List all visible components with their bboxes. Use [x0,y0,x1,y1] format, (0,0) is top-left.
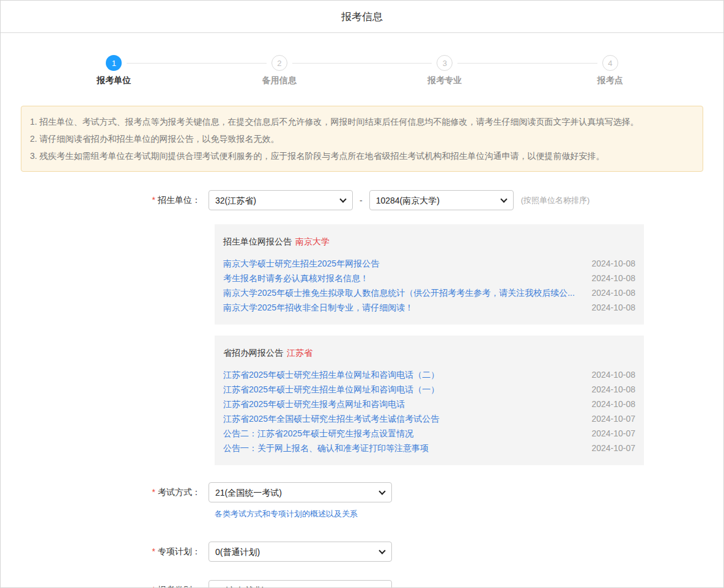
step-4-exam-site: 4 报考点 [528,55,693,86]
step-4-circle: 4 [602,55,618,71]
step-1-circle: 1 [106,55,122,71]
province-select[interactable]: 32(江苏省) [209,190,353,210]
exam-method-help-line: 各类考试方式和专项计划的概述以及关系 [215,509,723,520]
announcement-date: 2024-10-07 [580,426,635,441]
announcement-link[interactable]: 考生报名时请务必认真核对报名信息！ [223,271,580,285]
announcement-link[interactable]: 江苏省2025年全国硕士研究生招生考试考生诚信考试公告 [223,411,580,426]
special-plan-select[interactable]: 0(普通计划) [209,542,392,562]
page-header: 报考信息 [1,1,723,33]
unit-name-highlight: 南京大学 [295,237,330,246]
announcement-row: 江苏省2025年硕士研究生招生单位网址和咨询电话（一） 2024-10-08 [223,382,635,397]
step-2-label: 备用信息 [197,75,363,86]
notice-line: 1. 招生单位、考试方式、报考点等为报考关键信息，在提交信息后不允许修改，网报时… [30,113,694,130]
announcement-date: 2024-10-07 [580,441,635,455]
announcement-row: 考生报名时请务必认真核对报名信息！ 2024-10-08 [223,271,635,285]
notice-box: 1. 招生单位、考试方式、报考点等为报考关键信息，在提交信息后不允许修改，网报时… [21,106,703,172]
step-3-major: 3 报考专业 [362,55,528,86]
step-1-label: 报考单位 [31,75,197,86]
announcement-row: 南京大学硕士研究生招生2025年网报公告 2024-10-08 [223,256,635,271]
application-category-select-wrap: 12(定向就业) [209,580,392,588]
step-2-circle: 2 [272,55,287,71]
announcement-row: 公告二：江苏省2025年硕士研究生报考点设置情况 2024-10-07 [223,426,635,441]
announcement-date: 2024-10-08 [580,300,635,315]
unit-select-wrap: 10284(南京大学) [369,190,514,210]
admission-unit-row: *招生单位： 32(江苏省) - 10284(南京大学) (按照单位名称排序) [1,190,723,210]
required-asterisk: * [152,195,155,205]
announcement-link[interactable]: 南京大学2025年招收非全日制专业，请仔细阅读！ [223,300,580,315]
step-2-backup-info: 2 备用信息 [197,55,363,86]
announcement-row: 江苏省2025年硕士研究生报考点网址和咨询电话 2024-10-08 [223,397,635,411]
wizard-stepper: 1 报考单位 2 备用信息 3 报考专业 4 [1,33,723,86]
application-info-page: 报考信息 1 报考单位 2 备用信息 3 报考专业 [0,0,724,588]
application-category-label: *报考类别： [1,585,209,588]
announcement-link[interactable]: 公告一：关于网上报名、确认和准考证打印等注意事项 [223,441,580,455]
step-connector [292,63,362,64]
announcement-date: 2024-10-07 [580,411,635,426]
step-connector [31,63,101,64]
announcement-row: 江苏省2025年全国硕士研究生招生考试考生诚信考试公告 2024-10-07 [223,411,635,426]
exam-method-row: *考试方式： 21(全国统一考试) [1,482,723,502]
step-connector [362,63,432,64]
unit-select[interactable]: 10284(南京大学) [369,190,514,210]
select-separator: - [360,196,363,205]
announcement-date: 2024-10-08 [580,271,635,285]
unit-announcements-title: 招生单位网报公告南京大学 [223,237,635,248]
unit-announcements-panel: 招生单位网报公告南京大学 南京大学硕士研究生招生2025年网报公告 2024-1… [215,224,644,325]
exam-method-label: *考试方式： [1,487,209,498]
exam-method-select[interactable]: 21(全国统一考试) [209,482,392,502]
announcement-link[interactable]: 南京大学硕士研究生招生2025年网报公告 [223,256,580,271]
step-connector [623,63,693,64]
province-announcements-title: 省招办网报公告江苏省 [223,348,635,359]
province-announcements-panel: 省招办网报公告江苏省 江苏省2025年硕士研究生招生单位网址和咨询电话（二） 2… [215,336,644,465]
step-connector [127,63,196,64]
announcement-link[interactable]: 江苏省2025年硕士研究生招生单位网址和咨询电话（一） [223,382,580,397]
step-connector [528,63,597,64]
step-connector [457,63,527,64]
announcement-date: 2024-10-08 [580,256,635,271]
announcement-date: 2024-10-08 [580,367,635,382]
application-category-row: *报考类别： 12(定向就业) [1,580,723,588]
admission-unit-label: *招生单位： [1,195,209,206]
required-asterisk: * [152,546,155,556]
required-asterisk: * [152,585,155,588]
unit-sort-note: (按照单位名称排序) [521,195,590,206]
announcement-row: 南京大学2025年招收非全日制专业，请仔细阅读！ 2024-10-08 [223,300,635,315]
application-category-select[interactable]: 12(定向就业) [209,580,392,588]
announcement-date: 2024-10-08 [580,285,635,300]
step-3-circle: 3 [437,55,452,71]
special-plan-row: *专项计划： 0(普通计划) [1,542,723,562]
announcement-link[interactable]: 江苏省2025年硕士研究生招生单位网址和咨询电话（二） [223,367,580,382]
step-connector [197,63,267,64]
province-name-highlight: 江苏省 [287,348,312,358]
step-1-unit: 1 报考单位 [31,55,197,86]
exam-method-select-wrap: 21(全国统一考试) [209,482,392,502]
exam-method-help-link[interactable]: 各类考试方式和专项计划的概述以及关系 [215,509,358,518]
announcement-row: 南京大学2025年硕士推免生拟录取人数信息统计（供公开招考考生参考，请关注我校后… [223,285,635,300]
step-3-label: 报考专业 [362,75,528,86]
special-plan-label: *专项计划： [1,546,209,557]
required-asterisk: * [152,487,155,497]
announcement-link[interactable]: 江苏省2025年硕士研究生报考点网址和咨询电话 [223,397,580,411]
notice-line: 2. 请仔细阅读省招办和招生单位的网报公告，以免导致报名无效。 [30,130,694,147]
announcement-date: 2024-10-08 [580,397,635,411]
announcement-row: 江苏省2025年硕士研究生招生单位网址和咨询电话（二） 2024-10-08 [223,367,635,382]
notice-line: 3. 残疾考生如需组考单位在考试期间提供合理考试便利服务的，应于报名阶段与考点所… [30,147,694,164]
special-plan-select-wrap: 0(普通计划) [209,542,392,562]
page-title: 报考信息 [341,10,383,24]
announcement-link[interactable]: 公告二：江苏省2025年硕士研究生报考点设置情况 [223,426,580,441]
announcement-link[interactable]: 南京大学2025年硕士推免生拟录取人数信息统计（供公开招考考生参考，请关注我校后… [223,285,580,300]
province-select-wrap: 32(江苏省) [209,190,353,210]
step-4-label: 报考点 [528,75,693,86]
announcement-date: 2024-10-08 [580,382,635,397]
announcement-row: 公告一：关于网上报名、确认和准考证打印等注意事项 2024-10-07 [223,441,635,455]
